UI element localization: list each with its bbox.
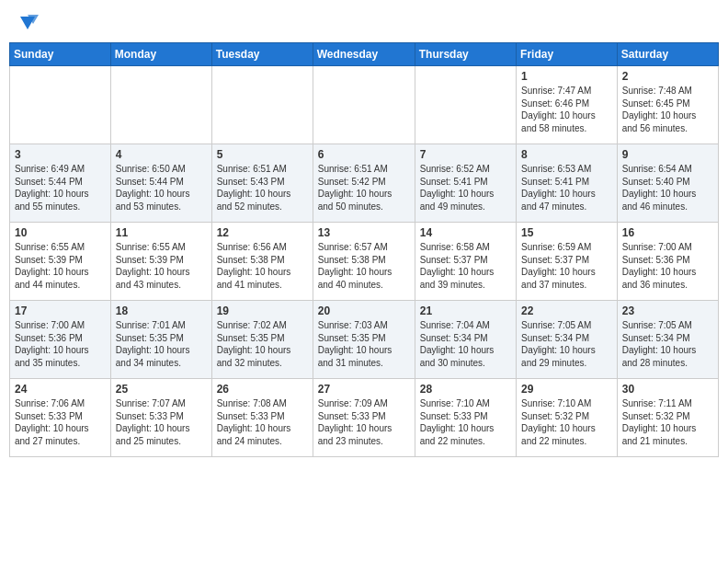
calendar-cell: 13Sunrise: 6:57 AM Sunset: 5:38 PM Dayli… <box>313 223 415 301</box>
day-info: Sunrise: 7:09 AM Sunset: 5:33 PM Dayligh… <box>318 397 410 447</box>
day-number: 11 <box>116 226 207 239</box>
day-info: Sunrise: 6:57 AM Sunset: 5:38 PM Dayligh… <box>318 241 410 291</box>
logo <box>13 9 40 35</box>
calendar-cell <box>313 66 415 144</box>
day-number: 16 <box>622 226 713 239</box>
day-info: Sunrise: 6:50 AM Sunset: 5:44 PM Dayligh… <box>116 163 207 213</box>
day-info: Sunrise: 7:01 AM Sunset: 5:35 PM Dayligh… <box>116 319 207 369</box>
calendar-cell: 3Sunrise: 6:49 AM Sunset: 5:44 PM Daylig… <box>10 144 111 223</box>
calendar-cell: 20Sunrise: 7:03 AM Sunset: 5:35 PM Dayli… <box>313 301 415 379</box>
day-number: 28 <box>420 383 511 396</box>
calendar-week-row: 1Sunrise: 7:47 AM Sunset: 6:46 PM Daylig… <box>10 66 719 144</box>
day-number: 13 <box>318 226 410 239</box>
calendar-cell: 19Sunrise: 7:02 AM Sunset: 5:35 PM Dayli… <box>211 301 313 379</box>
calendar-cell: 17Sunrise: 7:00 AM Sunset: 5:36 PM Dayli… <box>10 301 111 379</box>
day-number: 5 <box>217 148 308 161</box>
day-number: 18 <box>116 304 207 317</box>
day-info: Sunrise: 6:53 AM Sunset: 5:41 PM Dayligh… <box>521 163 612 213</box>
day-info: Sunrise: 6:55 AM Sunset: 5:39 PM Dayligh… <box>15 241 106 291</box>
calendar-cell: 16Sunrise: 7:00 AM Sunset: 5:36 PM Dayli… <box>617 223 718 301</box>
day-info: Sunrise: 7:10 AM Sunset: 5:33 PM Dayligh… <box>420 397 511 447</box>
calendar-cell: 10Sunrise: 6:55 AM Sunset: 5:39 PM Dayli… <box>10 223 111 301</box>
day-info: Sunrise: 6:49 AM Sunset: 5:44 PM Dayligh… <box>15 163 106 213</box>
day-of-week-header: Saturday <box>617 43 718 66</box>
calendar-cell <box>10 66 111 144</box>
calendar-cell: 12Sunrise: 6:56 AM Sunset: 5:38 PM Dayli… <box>211 223 313 301</box>
calendar-cell: 21Sunrise: 7:04 AM Sunset: 5:34 PM Dayli… <box>415 301 516 379</box>
day-number: 8 <box>521 148 612 161</box>
calendar-cell: 25Sunrise: 7:07 AM Sunset: 5:33 PM Dayli… <box>110 379 211 457</box>
day-of-week-header: Friday <box>517 43 618 66</box>
day-info: Sunrise: 7:10 AM Sunset: 5:32 PM Dayligh… <box>521 397 612 447</box>
day-info: Sunrise: 6:52 AM Sunset: 5:41 PM Dayligh… <box>420 163 511 213</box>
day-number: 27 <box>318 383 410 396</box>
calendar-cell: 11Sunrise: 6:55 AM Sunset: 5:39 PM Dayli… <box>110 223 211 301</box>
calendar-cell: 28Sunrise: 7:10 AM Sunset: 5:33 PM Dayli… <box>415 379 516 457</box>
day-number: 3 <box>15 148 106 161</box>
calendar-cell: 4Sunrise: 6:50 AM Sunset: 5:44 PM Daylig… <box>110 144 211 223</box>
day-info: Sunrise: 7:06 AM Sunset: 5:33 PM Dayligh… <box>15 397 106 447</box>
day-number: 2 <box>622 70 713 83</box>
calendar-cell: 9Sunrise: 6:54 AM Sunset: 5:40 PM Daylig… <box>617 144 718 223</box>
day-number: 1 <box>521 70 612 83</box>
page-header <box>9 9 719 35</box>
calendar-cell: 24Sunrise: 7:06 AM Sunset: 5:33 PM Dayli… <box>10 379 111 457</box>
day-info: Sunrise: 7:02 AM Sunset: 5:35 PM Dayligh… <box>217 319 308 369</box>
day-number: 6 <box>318 148 410 161</box>
day-info: Sunrise: 7:08 AM Sunset: 5:33 PM Dayligh… <box>217 397 308 447</box>
day-info: Sunrise: 7:11 AM Sunset: 5:32 PM Dayligh… <box>622 397 713 447</box>
day-info: Sunrise: 7:07 AM Sunset: 5:33 PM Dayligh… <box>116 397 207 447</box>
calendar-week-row: 10Sunrise: 6:55 AM Sunset: 5:39 PM Dayli… <box>10 223 719 301</box>
day-number: 26 <box>217 383 308 396</box>
day-number: 24 <box>15 383 106 396</box>
day-info: Sunrise: 7:00 AM Sunset: 5:36 PM Dayligh… <box>622 241 713 291</box>
day-info: Sunrise: 7:04 AM Sunset: 5:34 PM Dayligh… <box>420 319 511 369</box>
day-number: 9 <box>622 148 713 161</box>
calendar-cell: 14Sunrise: 6:58 AM Sunset: 5:37 PM Dayli… <box>415 223 516 301</box>
day-info: Sunrise: 7:05 AM Sunset: 5:34 PM Dayligh… <box>622 319 713 369</box>
day-number: 20 <box>318 304 410 317</box>
calendar-cell: 29Sunrise: 7:10 AM Sunset: 5:32 PM Dayli… <box>517 379 618 457</box>
day-info: Sunrise: 6:55 AM Sunset: 5:39 PM Dayligh… <box>116 241 207 291</box>
calendar-header-row: SundayMondayTuesdayWednesdayThursdayFrid… <box>10 43 719 66</box>
day-number: 12 <box>217 226 308 239</box>
calendar-cell: 22Sunrise: 7:05 AM Sunset: 5:34 PM Dayli… <box>517 301 618 379</box>
calendar-cell: 23Sunrise: 7:05 AM Sunset: 5:34 PM Dayli… <box>617 301 718 379</box>
day-number: 17 <box>15 304 106 317</box>
calendar-cell: 18Sunrise: 7:01 AM Sunset: 5:35 PM Dayli… <box>110 301 211 379</box>
day-info: Sunrise: 6:54 AM Sunset: 5:40 PM Dayligh… <box>622 163 713 213</box>
day-number: 4 <box>116 148 207 161</box>
calendar-cell: 2Sunrise: 7:48 AM Sunset: 6:45 PM Daylig… <box>617 66 718 144</box>
day-number: 22 <box>521 304 612 317</box>
calendar-cell: 15Sunrise: 6:59 AM Sunset: 5:37 PM Dayli… <box>517 223 618 301</box>
day-number: 25 <box>116 383 207 396</box>
day-of-week-header: Monday <box>110 43 211 66</box>
day-of-week-header: Sunday <box>10 43 111 66</box>
calendar-week-row: 24Sunrise: 7:06 AM Sunset: 5:33 PM Dayli… <box>10 379 719 457</box>
day-number: 21 <box>420 304 511 317</box>
day-info: Sunrise: 6:56 AM Sunset: 5:38 PM Dayligh… <box>217 241 308 291</box>
day-of-week-header: Wednesday <box>313 43 415 66</box>
calendar-cell: 26Sunrise: 7:08 AM Sunset: 5:33 PM Dayli… <box>211 379 313 457</box>
day-info: Sunrise: 7:48 AM Sunset: 6:45 PM Dayligh… <box>622 85 713 134</box>
calendar-cell <box>415 66 516 144</box>
day-info: Sunrise: 7:03 AM Sunset: 5:35 PM Dayligh… <box>318 319 410 369</box>
day-info: Sunrise: 6:59 AM Sunset: 5:37 PM Dayligh… <box>521 241 612 291</box>
calendar-cell <box>110 66 211 144</box>
calendar-table: SundayMondayTuesdayWednesdayThursdayFrid… <box>9 42 719 457</box>
day-number: 15 <box>521 226 612 239</box>
day-number: 7 <box>420 148 511 161</box>
calendar-cell: 30Sunrise: 7:11 AM Sunset: 5:32 PM Dayli… <box>617 379 718 457</box>
calendar-cell: 1Sunrise: 7:47 AM Sunset: 6:46 PM Daylig… <box>517 66 618 144</box>
day-info: Sunrise: 7:47 AM Sunset: 6:46 PM Dayligh… <box>521 85 612 134</box>
day-info: Sunrise: 6:51 AM Sunset: 5:42 PM Dayligh… <box>318 163 410 213</box>
day-number: 23 <box>622 304 713 317</box>
calendar-cell: 27Sunrise: 7:09 AM Sunset: 5:33 PM Dayli… <box>313 379 415 457</box>
logo-icon <box>15 9 40 35</box>
calendar-cell: 7Sunrise: 6:52 AM Sunset: 5:41 PM Daylig… <box>415 144 516 223</box>
day-info: Sunrise: 6:51 AM Sunset: 5:43 PM Dayligh… <box>217 163 308 213</box>
calendar-cell: 5Sunrise: 6:51 AM Sunset: 5:43 PM Daylig… <box>211 144 313 223</box>
calendar-cell <box>211 66 313 144</box>
calendar-cell: 8Sunrise: 6:53 AM Sunset: 5:41 PM Daylig… <box>517 144 618 223</box>
calendar-week-row: 17Sunrise: 7:00 AM Sunset: 5:36 PM Dayli… <box>10 301 719 379</box>
